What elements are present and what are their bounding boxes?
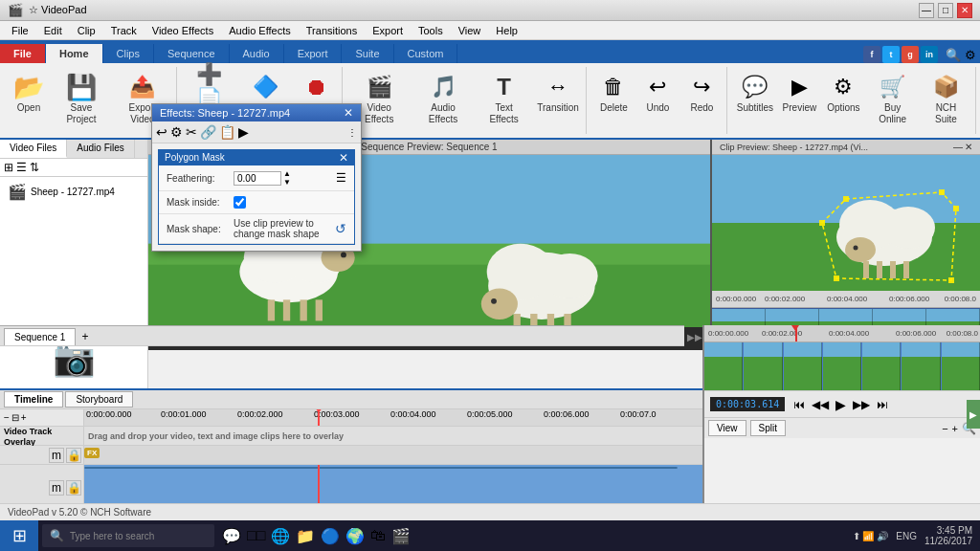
taskbar-folder[interactable]: 📁	[296, 527, 315, 545]
effects-copy-icon[interactable]: 📋	[219, 124, 235, 140]
delete-button[interactable]: 🗑 Delete	[592, 67, 635, 134]
transition-button[interactable]: ↔ Transition	[534, 67, 583, 134]
video-mute-btn[interactable]: m	[49, 480, 64, 496]
options-button[interactable]: ⚙ Options	[822, 67, 864, 134]
subtitles-button[interactable]: 💬 Subtitles	[733, 67, 776, 134]
mask-inside-checkbox[interactable]	[234, 196, 246, 209]
buy-online-button[interactable]: 🛒 Buy Online	[866, 67, 919, 134]
menu-view[interactable]: View	[451, 23, 489, 38]
settings-icon[interactable]: ⚙	[965, 48, 976, 62]
storyboard-tab[interactable]: Storyboard	[65, 391, 133, 408]
search-icon[interactable]: 🔍	[946, 48, 961, 62]
right-zoom-out[interactable]: −	[942, 423, 947, 434]
taskbar-task-view[interactable]: □□	[247, 527, 265, 544]
file-list-icon[interactable]: ⊞	[4, 161, 13, 174]
mask-shape-reset-icon[interactable]: ↺	[335, 221, 346, 236]
clip-preview-close-btn[interactable]: ✕	[965, 142, 972, 152]
seq-time-end: ▶▶	[687, 332, 702, 342]
feathering-spinner[interactable]: ▲▼	[283, 169, 291, 187]
effects-scissors-icon[interactable]: ✂	[186, 124, 197, 140]
menu-tools[interactable]: Tools	[411, 23, 451, 38]
menu-export[interactable]: Export	[365, 23, 411, 38]
effects-expand-icon[interactable]: ⋮	[347, 127, 357, 138]
title-controls[interactable]: — □ ✕	[919, 3, 972, 18]
effects-undo-icon[interactable]: ↩	[156, 124, 167, 140]
taskbar-chrome[interactable]: 🌍	[345, 527, 365, 545]
menu-file[interactable]: File	[4, 23, 36, 38]
right-zoom-in[interactable]: +	[952, 423, 958, 434]
add-sequence-button[interactable]: +	[78, 328, 92, 345]
redo-button[interactable]: ↪ Redo	[680, 67, 723, 134]
text-effects-button[interactable]: T Text Effects	[477, 67, 532, 134]
close-window-button[interactable]: ✕	[957, 3, 972, 18]
sequence-tab-1[interactable]: Sequence 1	[4, 328, 76, 345]
tab-file[interactable]: File	[0, 44, 46, 63]
taskbar-videopad-app[interactable]: 🎬	[391, 527, 411, 545]
menu-audio-effects[interactable]: Audio Effects	[221, 23, 299, 38]
twitter-icon[interactable]: t	[882, 46, 900, 63]
tab-clips[interactable]: Clips	[103, 44, 154, 63]
tab-home[interactable]: Home	[46, 44, 103, 63]
svg-point-27	[854, 246, 858, 251]
minimize-button[interactable]: —	[919, 3, 934, 18]
effects-play-icon[interactable]: ▶	[238, 124, 249, 140]
skip-end-btn[interactable]: ⏭	[875, 398, 890, 411]
play-btn[interactable]: ▶	[834, 397, 848, 412]
video-lock-btn[interactable]: 🔒	[66, 480, 81, 496]
file-view-icon[interactable]: ☰	[16, 161, 27, 174]
menu-clip[interactable]: Clip	[70, 23, 103, 38]
menu-track[interactable]: Track	[103, 23, 145, 38]
taskbar-edge[interactable]: 🔵	[321, 527, 340, 545]
effects-close-button[interactable]: ✕	[344, 107, 353, 119]
open-button[interactable]: 📂 Open	[8, 67, 50, 134]
maximize-button[interactable]: □	[938, 3, 953, 18]
tab-audio[interactable]: Audio	[230, 44, 284, 63]
zoom-in-icon[interactable]: +	[21, 412, 27, 423]
file-item[interactable]: 🎬 Sheep - 12727.mp4	[4, 181, 144, 203]
menu-transitions[interactable]: Transitions	[299, 23, 365, 38]
nch-suite-button[interactable]: 📦 NCH Suite	[921, 67, 971, 134]
feathering-input[interactable]	[234, 171, 281, 186]
audio-files-tab[interactable]: Audio Files	[67, 140, 134, 158]
taskbar-store[interactable]: 🛍	[370, 527, 386, 544]
start-button[interactable]: ⊞	[0, 520, 38, 551]
search-box[interactable]: 🔍 Type here to search	[42, 524, 214, 547]
video-files-tab[interactable]: Video Files	[0, 140, 67, 158]
audio-effects-button[interactable]: 🎵 Audio Effects	[412, 67, 475, 134]
tab-sequence[interactable]: Sequence	[154, 44, 230, 63]
linkedin-icon[interactable]: in	[921, 46, 938, 63]
tab-custom[interactable]: Custom	[394, 44, 458, 63]
timeline-tab[interactable]: Timeline	[4, 391, 63, 408]
fast-forward-btn[interactable]: ▶▶	[851, 398, 872, 411]
save-project-button[interactable]: 💾 Save Project	[52, 67, 111, 134]
timeline-playhead[interactable]	[318, 409, 320, 426]
taskbar-cortana[interactable]: 💬	[222, 527, 241, 545]
track-lock-btn[interactable]: 🔒	[66, 448, 81, 463]
effects-link-icon[interactable]: 🔗	[200, 124, 216, 140]
undo-button[interactable]: ↩ Undo	[636, 67, 679, 134]
clip-preview-minimize[interactable]: —	[953, 142, 963, 152]
menu-edit[interactable]: Edit	[36, 23, 70, 38]
skip-start-btn[interactable]: ⏮	[791, 398, 807, 411]
menu-video-effects[interactable]: Video Effects	[145, 23, 221, 38]
zoom-slider[interactable]: ⊟	[11, 412, 19, 423]
rewind-btn[interactable]: ◀◀	[810, 398, 831, 411]
taskbar-ie[interactable]: 🌐	[271, 527, 290, 545]
file-sort-icon[interactable]: ⇅	[30, 161, 39, 174]
preview-button[interactable]: ▶ Preview	[778, 67, 820, 134]
effects-settings-icon[interactable]: ⚙	[170, 124, 183, 140]
tab-suite[interactable]: Suite	[342, 44, 393, 63]
right-scroll-arrow[interactable]: ▶	[967, 400, 980, 429]
track-mute-btn[interactable]: m	[49, 448, 64, 463]
video-clip-main[interactable]	[84, 467, 678, 469]
split-button[interactable]: Split	[750, 420, 786, 436]
tab-export[interactable]: Export	[284, 44, 343, 63]
feathering-menu-icon[interactable]: ☰	[336, 171, 346, 185]
svg-rect-28	[863, 261, 869, 278]
facebook-icon[interactable]: f	[863, 46, 880, 63]
google-icon[interactable]: g	[902, 46, 919, 63]
view-button[interactable]: View	[708, 420, 746, 436]
menu-help[interactable]: Help	[488, 23, 525, 38]
zoom-out-icon[interactable]: −	[4, 412, 10, 423]
polygon-mask-close-button[interactable]: ✕	[339, 152, 348, 164]
